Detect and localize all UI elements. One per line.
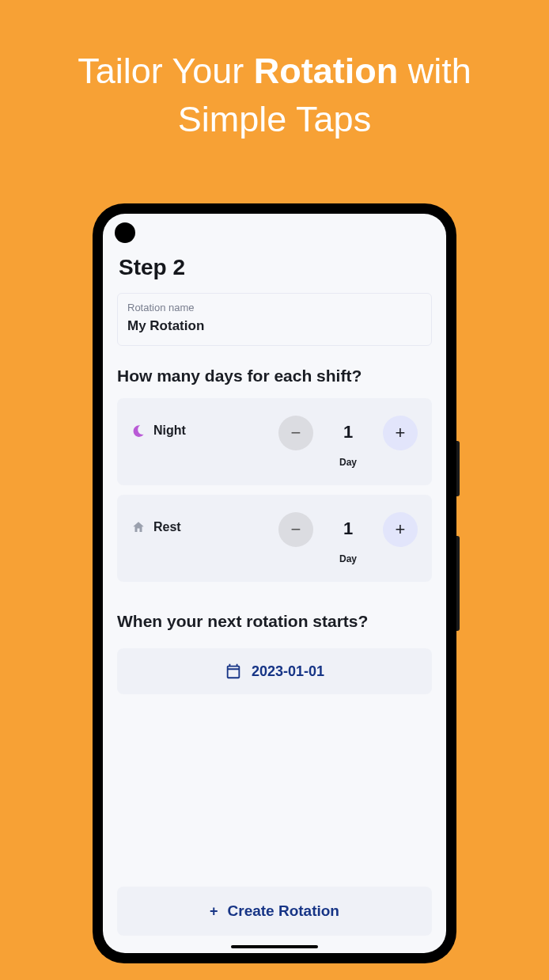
shift-name: Night	[153, 424, 186, 438]
shift-name: Rest	[153, 520, 181, 534]
home-indicator	[231, 945, 318, 948]
shift-days-question: How many days for each shift?	[117, 367, 432, 386]
plus-icon: +	[210, 903, 218, 920]
shift-count: 1	[343, 518, 353, 539]
rotation-name-label: Rotation name	[127, 302, 422, 313]
step-title: Step 2	[117, 255, 432, 280]
moon-icon	[131, 424, 146, 438]
home-icon	[131, 520, 146, 534]
headline-emphasis: Rotation	[254, 51, 398, 91]
headline-part: Simple Taps	[178, 99, 371, 139]
shift-count: 1	[343, 422, 353, 443]
shift-row-rest: Rest − 1 Day +	[117, 495, 432, 582]
create-rotation-label: Create Rotation	[228, 902, 339, 920]
start-date-value: 2023-01-01	[252, 663, 324, 680]
shift-unit: Day	[339, 457, 357, 468]
increment-button[interactable]: +	[383, 512, 418, 547]
app-screen: Step 2 Rotation name My Rotation How man…	[103, 214, 446, 953]
phone-frame: Step 2 Rotation name My Rotation How man…	[93, 203, 456, 963]
increment-button[interactable]: +	[383, 416, 418, 450]
phone-side-button	[456, 536, 460, 631]
phone-side-button	[456, 441, 460, 496]
decrement-button[interactable]: −	[278, 416, 313, 450]
shift-row-night: Night − 1 Day +	[117, 398, 432, 485]
shift-unit: Day	[339, 553, 357, 564]
headline-part: with	[398, 51, 471, 91]
calendar-icon	[225, 663, 242, 680]
marketing-headline: Tailor Your Rotation with Simple Taps	[0, 0, 549, 144]
headline-part: Tailor Your	[78, 51, 254, 91]
rotation-name-field[interactable]: Rotation name My Rotation	[117, 293, 432, 346]
start-date-picker[interactable]: 2023-01-01	[117, 648, 432, 694]
start-date-question: When your next rotation starts?	[117, 612, 432, 631]
rotation-name-value: My Rotation	[127, 318, 422, 334]
create-rotation-button[interactable]: + Create Rotation	[117, 887, 432, 936]
phone-camera-hole	[115, 222, 135, 243]
decrement-button[interactable]: −	[278, 512, 313, 547]
